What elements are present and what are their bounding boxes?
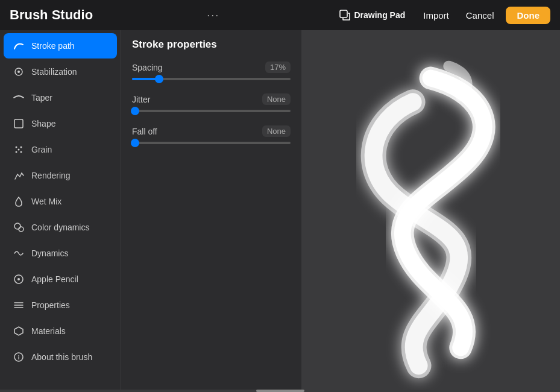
property-label-spacing: Spacing [132,63,163,72]
svg-rect-3 [14,119,23,128]
sidebar-item-wet-mix[interactable]: Wet Mix [4,189,117,214]
more-button[interactable]: ··· [202,7,224,24]
drawing-pad-button[interactable]: Drawing Pad [333,6,411,24]
canvas-area[interactable] [301,30,560,390]
property-value-fall-off: None [262,125,291,137]
dynamics-icon [12,247,25,260]
sidebar-item-taper[interactable]: Taper [4,85,117,110]
property-value-spacing: 17% [265,62,291,73]
sidebar-item-rendering[interactable]: Rendering [4,163,117,188]
about-brush-icon: i [12,350,25,364]
slider-track-jitter[interactable] [132,110,291,112]
sidebar-item-stabilization[interactable]: Stabilization [4,59,117,84]
property-row-jitter: JitterNone [132,93,291,112]
sidebar-label-stroke-path: Stroke path [31,41,75,51]
grain-icon [12,143,25,156]
sidebar-label-properties: Properties [31,300,70,310]
svg-point-9 [14,223,20,229]
brush-preview-svg [301,30,560,390]
sidebar-label-materials: Materials [31,326,66,336]
sidebar: Stroke pathStabilizationTaperShapeGrainR… [0,30,121,390]
sidebar-item-dynamics[interactable]: Dynamics [4,241,117,266]
sidebar-item-apple-pencil[interactable]: Apple Pencil [4,267,117,292]
top-bar-center: ··· [202,7,224,24]
slider-thumb-spacing[interactable] [155,75,163,83]
materials-icon [12,324,25,338]
property-row-fall-off: Fall offNone [132,125,291,144]
slider-track-fall-off[interactable] [132,142,291,144]
svg-point-10 [19,227,24,232]
svg-point-7 [20,151,22,153]
stroke-path-icon [12,39,25,52]
svg-point-6 [16,151,17,153]
app-title: Brush Studio [10,7,93,23]
sidebar-label-stabilization: Stabilization [31,67,77,77]
svg-point-5 [20,147,22,148]
sidebar-item-grain[interactable]: Grain [4,137,117,162]
drawing-pad-label: Drawing Pad [354,10,405,20]
svg-point-2 [17,71,20,73]
apple-pencil-icon [12,273,25,286]
sidebar-label-color-dynamics: Color dynamics [31,223,89,232]
done-button[interactable]: Done [506,7,550,24]
svg-point-4 [16,147,17,148]
property-label-fall-off: Fall off [132,127,157,136]
import-button[interactable]: Import [418,8,454,23]
property-value-jitter: None [262,93,291,105]
drawing-pad-icon [339,10,350,21]
top-bar-actions: Drawing Pad Import Cancel Done [333,6,550,24]
scroll-hint-bar [256,390,304,392]
properties-icon [12,299,25,312]
svg-rect-0 [340,10,347,17]
rendering-icon [12,169,25,182]
sidebar-item-shape[interactable]: Shape [4,111,117,136]
panel-title: Stroke properties [132,39,217,51]
svg-point-8 [18,149,20,151]
sidebar-label-shape: Shape [31,119,55,128]
property-label-jitter: Jitter [132,95,150,104]
shape-icon [12,117,25,130]
main-layout: Stroke pathStabilizationTaperShapeGrainR… [0,30,560,390]
wet-mix-icon [12,195,25,208]
sidebar-label-apple-pencil: Apple Pencil [31,274,78,284]
svg-marker-16 [14,327,23,335]
sidebar-label-about-brush: About this brush [31,352,92,362]
panel-content: Spacing17%JitterNoneFall offNone [121,57,301,390]
scroll-hint [0,390,560,392]
cancel-button[interactable]: Cancel [461,8,499,23]
property-row-spacing: Spacing17% [132,62,291,80]
slider-track-spacing[interactable] [132,78,291,80]
top-bar: Brush Studio ··· Drawing Pad Import Canc… [0,0,560,30]
sidebar-label-taper: Taper [31,93,52,103]
slider-thumb-jitter[interactable] [131,107,139,115]
color-dynamics-icon [12,221,25,234]
sidebar-item-materials[interactable]: Materials [4,318,117,344]
sidebar-item-color-dynamics[interactable]: Color dynamics [4,215,117,240]
sidebar-label-grain: Grain [31,145,52,154]
svg-point-12 [17,278,20,280]
stabilization-icon [12,65,25,78]
panel-header: Stroke properties [121,30,301,57]
slider-thumb-fall-off[interactable] [131,139,139,147]
sidebar-label-rendering: Rendering [31,171,71,180]
taper-icon [12,91,25,104]
stroke-properties-panel: Stroke properties Spacing17%JitterNoneFa… [121,30,301,390]
sidebar-item-stroke-path[interactable]: Stroke path [4,33,117,58]
sidebar-label-wet-mix: Wet Mix [31,197,61,206]
sidebar-label-dynamics: Dynamics [31,248,68,258]
sidebar-item-properties[interactable]: Properties [4,292,117,318]
svg-text:i: i [18,355,20,361]
sidebar-item-about-brush[interactable]: iAbout this brush [4,344,117,370]
